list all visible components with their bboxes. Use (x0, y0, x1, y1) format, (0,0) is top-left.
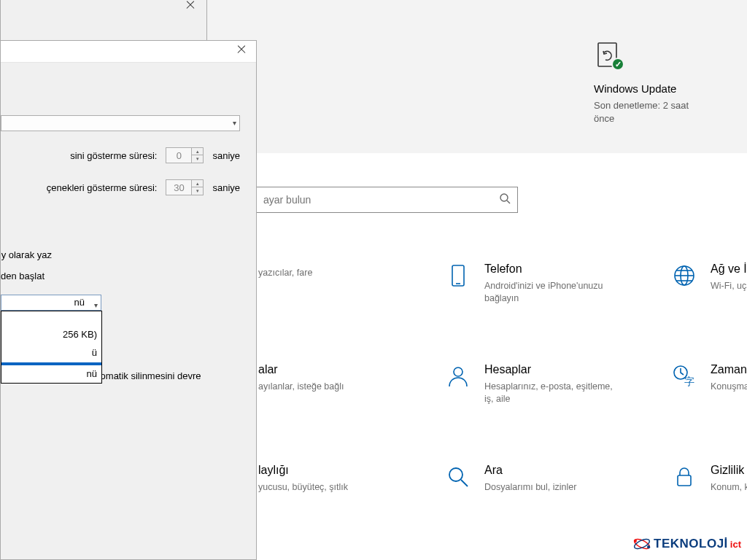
default-os-combo[interactable]: ▾ (1, 115, 240, 131)
category-search[interactable]: Ara Dosyalarımı bul, izinler (445, 464, 635, 494)
chevron-down-icon: ▾ (233, 119, 236, 127)
update-icon (594, 40, 623, 69)
svg-point-1 (500, 194, 508, 201)
dump-type-dropdown[interactable]: 256 KB) ü nü (1, 311, 102, 384)
person-icon (445, 363, 471, 389)
dropdown-option[interactable]: ü (1, 344, 101, 362)
category-accounts[interactable]: Hesaplar Hesaplarınız, e-posta, eşitleme… (445, 363, 635, 405)
timeout-recovery-input[interactable] (166, 179, 192, 195)
spin-down-icon[interactable]: ▾ (192, 155, 203, 163)
close-icon (186, 0, 195, 9)
timeout-os-spinner[interactable]: ▴▾ (166, 147, 204, 163)
svg-rect-2 (452, 265, 464, 286)
magnifier-icon (445, 464, 471, 490)
watermark-logo: TEKNOLOJİict (632, 534, 741, 554)
dialog-titlebar[interactable] (1, 41, 256, 63)
settings-search[interactable] (255, 187, 518, 213)
close-button-back[interactable] (186, 0, 195, 9)
lock-icon (671, 464, 697, 490)
timeout-os-label: sini gösterme süresi: (70, 150, 157, 161)
category-network[interactable]: Ağ ve İnternet Wi-Fi, uçak modu (671, 262, 747, 305)
update-title: Windows Update (594, 82, 711, 95)
spin-up-icon[interactable]: ▴ (192, 180, 203, 187)
phone-icon (445, 262, 471, 289)
category-grid: yazıcılar, fare Telefon Android'inizi ve… (219, 262, 747, 493)
category-privacy[interactable]: Gizlilik Konum, kamera, (671, 464, 747, 494)
search-icon (492, 192, 517, 207)
update-subtitle: Son denetleme: 2 saat önce (594, 99, 711, 125)
dropdown-option[interactable]: nü (1, 365, 101, 384)
close-icon (237, 44, 246, 53)
startup-recovery-dialog: ▾ sini gösterme süresi: ▴▾ saniye çenekl… (0, 40, 257, 560)
spin-up-icon[interactable]: ▴ (192, 148, 203, 155)
svg-point-17 (647, 545, 650, 548)
svg-text:字: 字 (684, 376, 694, 387)
dump-type-combo[interactable]: nü ▾ (1, 295, 101, 311)
dropdown-option[interactable] (1, 311, 101, 326)
svg-point-12 (449, 468, 462, 481)
logo-orbit-icon (632, 534, 652, 554)
windows-update-tile[interactable]: Windows Update Son denetleme: 2 saat önc… (594, 40, 711, 125)
svg-point-16 (634, 540, 637, 542)
auto-restart-label-fragment: den başlat (1, 271, 247, 281)
dropdown-option[interactable]: 256 KB) (1, 326, 101, 344)
timeout-recovery-label: çenekleri gösterme süresi: (47, 182, 158, 193)
globe-icon (671, 262, 697, 289)
search-input[interactable] (256, 194, 492, 206)
category-phone[interactable]: Telefon Android'inizi ve iPhone'unuzu ba… (445, 262, 635, 305)
timeout-os-input[interactable] (166, 147, 192, 163)
spin-down-icon[interactable]: ▾ (192, 187, 203, 195)
timeout-recovery-spinner[interactable]: ▴▾ (166, 179, 204, 195)
write-event-label-fragment: y olarak yaz (1, 249, 247, 260)
svg-rect-13 (678, 475, 691, 486)
check-badge-icon (611, 58, 624, 71)
svg-point-9 (454, 368, 462, 376)
close-button[interactable] (237, 44, 246, 53)
time-language-icon: 字 (671, 363, 697, 389)
category-time-language[interactable]: 字 Zaman ve Dil Konuşma, bölge, (671, 363, 747, 405)
